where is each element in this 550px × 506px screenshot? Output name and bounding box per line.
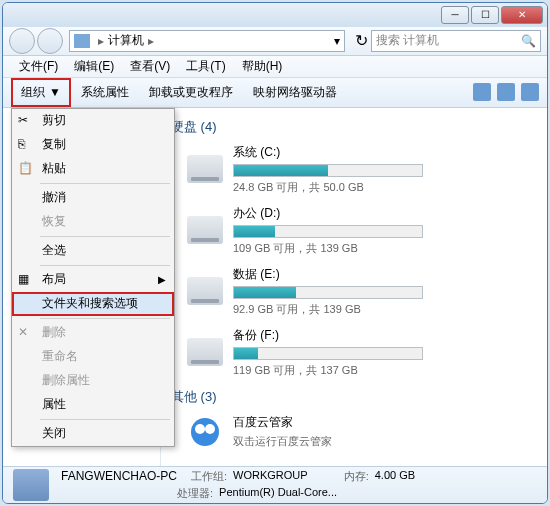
close-button[interactable]: ✕ xyxy=(501,6,543,24)
dd-properties[interactable]: 属性 xyxy=(12,393,174,417)
drive-icon xyxy=(187,277,223,305)
menu-help[interactable]: 帮助(H) xyxy=(234,56,291,77)
drive-e[interactable]: 数据 (E:) 92.9 GB 可用，共 139 GB xyxy=(171,266,537,317)
dd-cut[interactable]: ✂剪切 xyxy=(12,109,174,133)
navbar: ▸ 计算机 ▸ ▾ ↻ 搜索 计算机 🔍 xyxy=(3,27,547,56)
dd-rename: 重命名 xyxy=(12,345,174,369)
maximize-button[interactable]: ☐ xyxy=(471,6,499,24)
statusbar: FANGWENCHAO-PC 工作组: WORKGROUP 内存: 4.00 G… xyxy=(3,466,547,503)
help-icon[interactable] xyxy=(521,83,539,101)
dd-folder-options[interactable]: 文件夹和搜索选项 xyxy=(12,292,174,316)
computer-icon xyxy=(74,34,90,48)
drive-f[interactable]: 备份 (F:) 119 GB 可用，共 137 GB xyxy=(171,327,537,378)
menu-edit[interactable]: 编辑(E) xyxy=(66,56,122,77)
drive-icon xyxy=(187,155,223,183)
search-input[interactable]: 搜索 计算机 🔍 xyxy=(371,30,541,52)
other-baidu[interactable]: 百度云管家 双击运行百度云管家 xyxy=(171,414,537,450)
uninstall-button[interactable]: 卸载或更改程序 xyxy=(139,80,243,105)
computer-icon xyxy=(13,469,49,501)
hdd-section-header: 硬盘 (4) xyxy=(171,118,537,136)
dd-paste[interactable]: 📋粘贴 xyxy=(12,157,174,181)
delete-icon: ✕ xyxy=(18,325,34,341)
minimize-button[interactable]: ─ xyxy=(441,6,469,24)
drive-icon xyxy=(187,216,223,244)
address-bar[interactable]: ▸ 计算机 ▸ ▾ xyxy=(69,30,345,52)
computer-name: FANGWENCHAO-PC xyxy=(61,469,177,484)
menu-file[interactable]: 文件(F) xyxy=(11,56,66,77)
address-dropdown-icon[interactable]: ▾ xyxy=(334,34,340,48)
explorer-window: ─ ☐ ✕ ▸ 计算机 ▸ ▾ ↻ 搜索 计算机 🔍 文件(F) 编辑(E) 查… xyxy=(2,2,548,504)
dd-delete: ✕删除 xyxy=(12,321,174,345)
drive-icon xyxy=(187,338,223,366)
menu-tools[interactable]: 工具(T) xyxy=(178,56,233,77)
view-options-icon[interactable] xyxy=(473,83,491,101)
address-location: 计算机 xyxy=(108,32,144,49)
organize-button[interactable]: 组织 ▼ xyxy=(11,78,71,107)
dd-close[interactable]: 关闭 xyxy=(12,422,174,446)
main-panel: 硬盘 (4) 系统 (C:) 24.8 GB 可用，共 50.0 GB 办公 (… xyxy=(161,108,547,466)
preview-pane-icon[interactable] xyxy=(497,83,515,101)
dd-undo[interactable]: 撤消 xyxy=(12,186,174,210)
dd-delete-props: 删除属性 xyxy=(12,369,174,393)
refresh-button[interactable]: ↻ xyxy=(351,31,371,50)
toolbar: 组织 ▼ 系统属性 卸载或更改程序 映射网络驱动器 xyxy=(3,78,547,108)
system-properties-button[interactable]: 系统属性 xyxy=(71,80,139,105)
map-drive-button[interactable]: 映射网络驱动器 xyxy=(243,80,347,105)
chevron-down-icon: ▼ xyxy=(49,85,61,99)
dd-copy[interactable]: ⎘复制 xyxy=(12,133,174,157)
dd-select-all[interactable]: 全选 xyxy=(12,239,174,263)
forward-button[interactable] xyxy=(37,28,63,54)
content-area: ✂剪切 ⎘复制 📋粘贴 撤消 恢复 全选 ▦布局▶ 文件夹和搜索选项 ✕删除 重… xyxy=(3,108,547,466)
copy-icon: ⎘ xyxy=(18,137,34,153)
organize-dropdown: ✂剪切 ⎘复制 📋粘贴 撤消 恢复 全选 ▦布局▶ 文件夹和搜索选项 ✕删除 重… xyxy=(11,108,175,447)
titlebar: ─ ☐ ✕ xyxy=(3,3,547,27)
drive-d[interactable]: 办公 (D:) 109 GB 可用，共 139 GB xyxy=(171,205,537,256)
other-section-header: 其他 (3) xyxy=(171,388,537,406)
search-icon: 🔍 xyxy=(521,34,536,48)
dd-layout[interactable]: ▦布局▶ xyxy=(12,268,174,292)
layout-icon: ▦ xyxy=(18,272,34,288)
baidu-cloud-icon xyxy=(187,414,223,450)
menubar: 文件(F) 编辑(E) 查看(V) 工具(T) 帮助(H) xyxy=(3,56,547,78)
back-button[interactable] xyxy=(9,28,35,54)
chevron-right-icon: ▶ xyxy=(158,274,166,285)
drive-c[interactable]: 系统 (C:) 24.8 GB 可用，共 50.0 GB xyxy=(171,144,537,195)
cut-icon: ✂ xyxy=(18,113,34,129)
menu-view[interactable]: 查看(V) xyxy=(122,56,178,77)
paste-icon: 📋 xyxy=(18,161,34,177)
dd-redo: 恢复 xyxy=(12,210,174,234)
